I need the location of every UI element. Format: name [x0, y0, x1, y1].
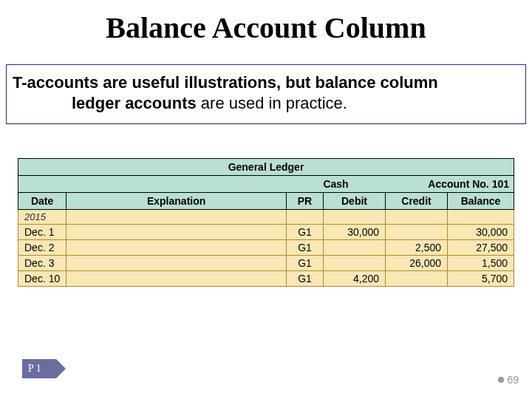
p1-label: P 1	[28, 363, 41, 375]
cell-balance: 27,500	[448, 240, 514, 256]
ledger-year-row: 2015	[18, 210, 514, 225]
table-row: Dec. 2 G1 2,500 27,500	[18, 240, 514, 256]
slide-title: Balance Account Column	[0, 0, 532, 51]
cell-pr: G1	[287, 256, 324, 271]
cell-date: Dec. 10	[18, 271, 66, 287]
table-row: Dec. 3 G1 26,000 1,500	[18, 256, 514, 271]
cell-debit	[324, 240, 386, 256]
slide-number-text: 69	[507, 374, 519, 386]
callout-box: T-accounts are useful illustrations, but…	[6, 64, 526, 124]
cell-debit	[324, 256, 386, 271]
ledger-account-name: Cash	[287, 176, 386, 193]
ledger-account-no: Account No. 101	[386, 176, 514, 193]
col-date: Date	[18, 193, 66, 210]
cell-date: Dec. 3	[18, 256, 66, 271]
ledger-title: General Ledger	[18, 159, 514, 176]
col-balance: Balance	[448, 193, 514, 210]
p1-tag: P 1	[22, 359, 56, 378]
col-pr: PR	[287, 193, 324, 210]
cell-credit: 2,500	[386, 240, 448, 256]
ledger-header-row: General Ledger	[18, 159, 514, 176]
callout-bold2: ledger accounts	[72, 94, 201, 112]
cell-explanation	[66, 240, 287, 256]
ledger-column-row: Date Explanation PR Debit Credit Balance	[18, 193, 514, 210]
ledger-year: 2015	[18, 210, 66, 225]
cell-debit: 30,000	[324, 225, 386, 240]
table-row: Dec. 1 G1 30,000 30,000	[18, 225, 514, 240]
col-credit: Credit	[386, 193, 448, 210]
cell-pr: G1	[287, 225, 324, 240]
cell-explanation	[66, 256, 287, 271]
callout-bold1: balance column	[316, 73, 438, 92]
cell-debit: 4,200	[324, 271, 386, 287]
cell-explanation	[66, 225, 287, 240]
cell-balance: 1,500	[448, 256, 514, 271]
ledger-container: General Ledger Cash Account No. 101 Date…	[18, 158, 514, 287]
cell-credit	[386, 225, 448, 240]
col-explanation: Explanation	[66, 193, 287, 210]
ledger-subheader-row: Cash Account No. 101	[18, 176, 514, 193]
callout-suffix: are used in practice.	[201, 94, 347, 112]
cell-balance: 30,000	[448, 225, 514, 240]
col-debit: Debit	[324, 193, 386, 210]
callout-prefix: T-accounts are useful illustrations, but	[13, 73, 316, 92]
cell-pr: G1	[287, 271, 324, 287]
cell-credit	[386, 271, 448, 287]
table-row: Dec. 10 G1 4,200 5,700	[18, 271, 514, 287]
ledger-table: General Ledger Cash Account No. 101 Date…	[18, 158, 514, 287]
cell-credit: 26,000	[386, 256, 448, 271]
cell-date: Dec. 2	[18, 240, 66, 256]
cell-date: Dec. 1	[18, 225, 66, 240]
cell-explanation	[66, 271, 287, 287]
cell-pr: G1	[287, 240, 324, 256]
slide-number: 69	[498, 374, 519, 386]
cell-balance: 5,700	[448, 271, 514, 287]
